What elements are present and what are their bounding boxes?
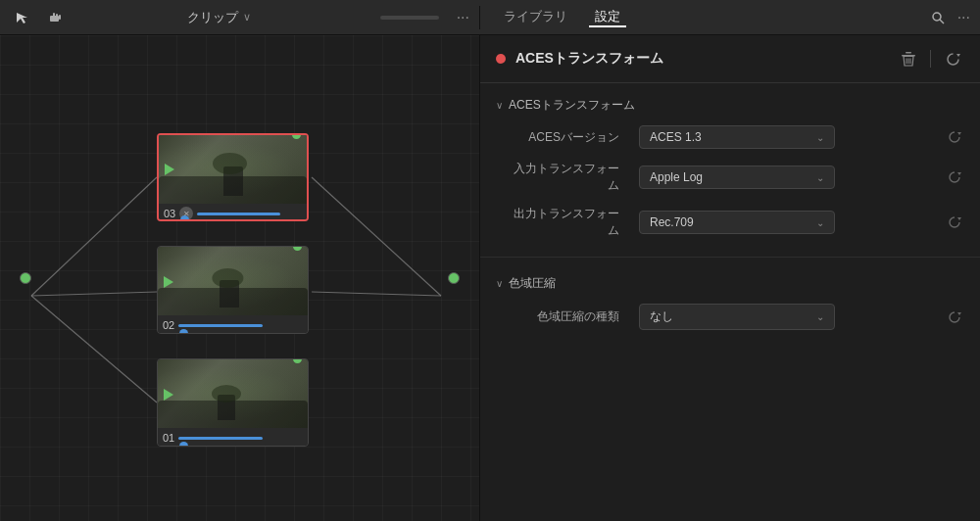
svg-marker-21	[957, 132, 961, 135]
aces-section: ∨ ACESトランスフォーム ACESバージョン ACES 1.3 ⌄ 入力ト	[480, 83, 980, 253]
node-02-thumbnail	[158, 247, 308, 315]
node-card-01[interactable]: 01	[157, 358, 309, 447]
node-01-thumbnail	[158, 359, 308, 428]
top-bar: クリップ ∨ ··· ライブラリ 設定 ···	[0, 0, 980, 35]
svg-marker-24	[957, 312, 961, 315]
arrow-tool[interactable]	[10, 6, 33, 29]
panel-slider[interactable]	[380, 16, 439, 20]
gamut-section-label: 色域圧縮	[509, 275, 556, 292]
gamut-type-dropdown[interactable]: なし ⌄	[639, 304, 835, 330]
svg-marker-12	[165, 164, 174, 175]
effect-title: ACESトランスフォーム	[515, 50, 887, 68]
node-02-label: 02	[163, 319, 174, 331]
aces-section-label: ACESトランスフォーム	[509, 97, 635, 114]
gamut-section-header[interactable]: ∨ 色域圧縮	[480, 269, 980, 298]
node-graph-panel: 03 ✕	[0, 35, 480, 521]
gamut-type-label: 色域圧縮の種類	[504, 308, 631, 325]
node-card-03[interactable]: 03 ✕	[157, 133, 309, 221]
aces-version-dropdown[interactable]: ACES 1.3 ⌄	[639, 125, 835, 149]
svg-rect-16	[906, 52, 911, 54]
gamut-type-reset[interactable]	[945, 308, 964, 327]
svg-marker-13	[164, 276, 173, 288]
input-transform-control: Apple Log ⌄	[639, 166, 937, 189]
aces-version-row: ACESバージョン ACES 1.3 ⌄	[480, 119, 980, 155]
gamut-section: ∨ 色域圧縮 色域圧縮の種類 なし ⌄	[480, 261, 980, 344]
node-01-label: 01	[163, 432, 174, 444]
settings-panel-menu[interactable]: ···	[957, 9, 970, 26]
clip-panel-title: クリップ ∨	[76, 9, 363, 26]
output-transform-row: 出力トランスフォーム Rec.709 ⌄	[480, 200, 980, 245]
node-03-bottom-connector	[180, 215, 189, 221]
node-02-bottom-connector	[179, 329, 188, 334]
output-transform-control: Rec.709 ⌄	[639, 211, 937, 234]
svg-marker-22	[957, 172, 961, 175]
aces-version-reset[interactable]	[945, 127, 964, 147]
section-divider	[480, 257, 980, 258]
tab-group: ライブラリ 設定	[490, 8, 918, 27]
output-transform-reset[interactable]	[945, 213, 964, 232]
aces-version-control: ACES 1.3 ⌄	[639, 125, 937, 149]
node-01[interactable]: 01	[157, 358, 309, 447]
node-card-02[interactable]: 02	[157, 246, 309, 334]
delete-button[interactable]	[897, 47, 920, 71]
output-transform-label: 出力トランスフォーム	[504, 206, 631, 239]
tab-library[interactable]: ライブラリ	[498, 8, 573, 27]
node-03-thumbnail	[159, 135, 307, 204]
active-indicator	[496, 54, 506, 64]
gamut-type-control: なし ⌄	[639, 304, 937, 330]
gamut-chevron: ∨	[496, 278, 503, 289]
aces-section-header[interactable]: ∨ ACESトランスフォーム	[480, 91, 980, 119]
input-transform-row: 入力トランスフォーム Apple Log ⌄	[480, 155, 980, 200]
settings-panel: ACESトランスフォーム ∨ ACESトランスフォーム ACESバージョン AC…	[480, 35, 980, 521]
settings-header: ACESトランスフォーム	[480, 35, 980, 83]
svg-marker-14	[164, 389, 173, 401]
svg-line-6	[940, 20, 944, 24]
source-node[interactable]	[20, 272, 31, 284]
node-03-slider[interactable]	[197, 213, 280, 215]
svg-marker-23	[957, 217, 961, 220]
reset-effect-button[interactable]	[941, 47, 964, 71]
gamut-type-chevron: ⌄	[816, 311, 824, 322]
node-01-bottom-connector	[179, 442, 188, 447]
node-02-slider[interactable]	[178, 324, 263, 327]
output-transform-dropdown[interactable]: Rec.709 ⌄	[639, 211, 835, 234]
aces-chevron: ∨	[496, 100, 503, 111]
node-02[interactable]: 02	[157, 246, 309, 334]
clip-panel-menu[interactable]: ···	[457, 9, 469, 26]
input-transform-dropdown[interactable]: Apple Log ⌄	[639, 166, 835, 189]
input-transform-chevron: ⌄	[816, 172, 824, 183]
svg-marker-20	[956, 54, 960, 57]
search-icon[interactable]	[926, 6, 950, 29]
node-03[interactable]: 03 ✕	[157, 133, 309, 221]
node-03-label: 03	[164, 208, 175, 219]
svg-marker-0	[17, 13, 27, 24]
input-transform-reset[interactable]	[945, 167, 964, 187]
gamut-type-row: 色域圧縮の種類 なし ⌄	[480, 298, 980, 336]
header-divider	[930, 50, 931, 68]
clip-panel-header: クリップ ∨ ···	[0, 6, 480, 29]
node-01-slider[interactable]	[178, 437, 263, 440]
svg-point-5	[933, 13, 941, 21]
input-transform-label: 入力トランスフォーム	[504, 161, 631, 194]
aces-version-label: ACESバージョン	[504, 129, 631, 146]
settings-panel-header: ライブラリ 設定 ···	[480, 6, 980, 29]
tab-settings[interactable]: 設定	[589, 8, 626, 27]
main-content: 03 ✕	[0, 35, 980, 521]
output-transform-chevron: ⌄	[816, 217, 824, 228]
output-node[interactable]	[448, 272, 460, 284]
svg-rect-4	[50, 16, 59, 22]
hand-tool[interactable]	[43, 6, 67, 29]
svg-rect-3	[59, 15, 61, 20]
aces-version-chevron: ⌄	[816, 132, 824, 143]
